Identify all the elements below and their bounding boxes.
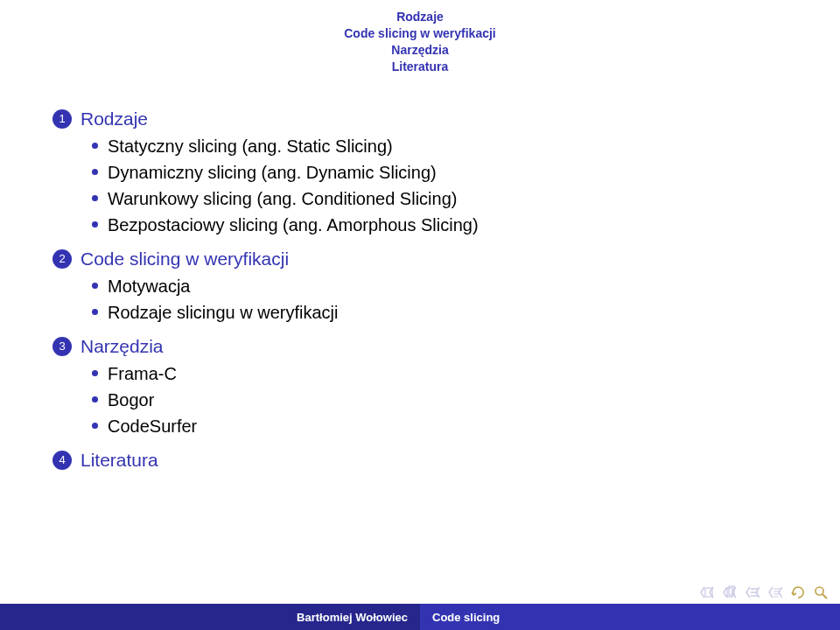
header-section-link[interactable]: Code slicing w weryfikacji (0, 25, 840, 42)
outline-body: 1 Rodzaje Statyczny slicing (ang. Static… (0, 82, 840, 604)
nav-prev-subsection-icon[interactable] (768, 585, 782, 599)
nav-prev-slide-icon[interactable] (700, 585, 714, 599)
outline-item[interactable]: CodeSurfer (92, 413, 788, 439)
header-section-link[interactable]: Rodzaje (0, 9, 840, 25)
section-3: 3 Narzędzia Frama-C Bogor CodeSurfer (52, 336, 788, 439)
header-section-link[interactable]: Literatura (0, 59, 840, 75)
svg-point-3 (816, 587, 823, 595)
section-title-link[interactable]: Rodzaje (80, 108, 148, 130)
section-title-link[interactable]: Code slicing w weryfikacji (80, 248, 289, 270)
nav-back-icon[interactable] (791, 585, 805, 599)
section-title-link[interactable]: Literatura (80, 450, 158, 471)
section-2: 2 Code slicing w weryfikacji Motywacja R… (52, 248, 788, 326)
outline-item[interactable]: Bogor (92, 387, 788, 413)
nav-search-icon[interactable] (814, 585, 828, 599)
header-section-link[interactable]: Narzędzia (0, 42, 840, 59)
footer-author: Bartłomiej Wołowiec (0, 604, 420, 630)
section-title-link[interactable]: Narzędzia (80, 336, 164, 357)
footer: Bartłomiej Wołowiec Code slicing (0, 604, 840, 630)
outline-item[interactable]: Rodzaje slicingu w weryfikacji (92, 299, 788, 326)
section-number-badge: 2 (52, 249, 72, 269)
outline-item[interactable]: Warunkowy slicing (ang. Conditioned Slic… (92, 186, 788, 212)
section-4: 4 Literatura (52, 450, 788, 471)
footer-title: Code slicing (420, 604, 840, 630)
nav-prev-frame-icon[interactable] (723, 585, 737, 599)
section-number-badge: 4 (52, 451, 72, 470)
outline-item[interactable]: Bezpostaciowy slicing (ang. Amorphous Sl… (92, 212, 788, 238)
outline-item[interactable]: Frama-C (92, 360, 788, 387)
section-number-badge: 3 (52, 337, 72, 356)
beamer-nav-symbols (700, 581, 828, 604)
section-number-badge: 1 (52, 109, 72, 129)
header-nav: Rodzaje Code slicing w weryfikacji Narzę… (0, 0, 840, 82)
outline-item[interactable]: Motywacja (92, 273, 788, 299)
outline-item[interactable]: Statyczny slicing (ang. Static Slicing) (92, 133, 788, 159)
nav-prev-section-icon[interactable] (746, 585, 760, 599)
section-1: 1 Rodzaje Statyczny slicing (ang. Static… (52, 108, 788, 238)
outline-item[interactable]: Dynamiczny slicing (ang. Dynamic Slicing… (92, 159, 788, 186)
